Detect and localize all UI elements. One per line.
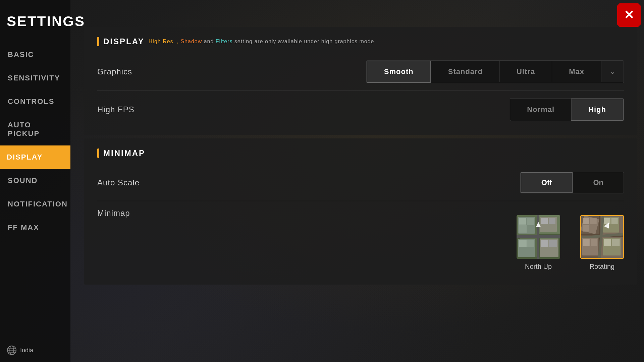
- subtitle-filters: Filters: [216, 39, 233, 44]
- auto-scale-on-btn[interactable]: On: [573, 172, 624, 193]
- settings-title: SETTINGS: [0, 7, 70, 43]
- sidebar-item-sensitivity[interactable]: SENSITIVITY: [0, 66, 70, 90]
- graphics-expand-btn[interactable]: ⌄: [601, 61, 624, 82]
- auto-scale-toggle-group: Off On: [520, 172, 624, 193]
- subtitle-high-res: High Res. ,: [149, 39, 179, 44]
- high-fps-toggle-group: Normal High: [510, 98, 624, 121]
- display-section-header: DISPLAY High Res. , Shadow and Filters s…: [97, 37, 624, 46]
- graphics-toggle-group: Smooth Standard Ultra Max ⌄: [366, 60, 624, 83]
- minimap-row: Minimap: [97, 201, 624, 275]
- svg-rect-11: [519, 218, 526, 225]
- minimap-section-title: MINIMAP: [103, 148, 145, 158]
- auto-scale-off-btn[interactable]: Off: [521, 172, 573, 193]
- close-icon: ✕: [624, 8, 634, 22]
- minimap-section: MINIMAP Auto Scale Off On Minimap: [84, 138, 637, 285]
- svg-rect-25: [549, 240, 557, 247]
- graphics-max-btn[interactable]: Max: [552, 61, 601, 82]
- minimap-label: Minimap: [97, 208, 130, 218]
- svg-rect-24: [541, 240, 548, 247]
- svg-rect-22: [527, 240, 534, 247]
- svg-rect-16: [549, 218, 555, 224]
- svg-rect-42: [583, 239, 590, 246]
- sidebar-item-controls[interactable]: CONTROLS: [0, 90, 70, 113]
- minimap-option-north-up[interactable]: North Up: [517, 215, 560, 270]
- subtitle-and: and: [204, 39, 214, 44]
- minimap-rotating-thumbnail: [580, 215, 624, 259]
- high-fps-high-btn[interactable]: High: [571, 99, 624, 121]
- sidebar-item-basic[interactable]: BASIC: [0, 43, 70, 66]
- svg-rect-43: [591, 239, 597, 246]
- minimap-options: North Up: [517, 215, 624, 270]
- svg-rect-45: [604, 239, 611, 246]
- sidebar-item-sound[interactable]: SOUND: [0, 169, 70, 192]
- section-indicator: [97, 37, 99, 46]
- svg-rect-15: [541, 218, 548, 224]
- main-content: DISPLAY High Res. , Shadow and Filters s…: [84, 27, 637, 355]
- minimap-section-header: MINIMAP: [97, 148, 624, 158]
- display-section-title: DISPLAY: [103, 37, 145, 46]
- svg-rect-37: [611, 218, 618, 224]
- region-section: India: [0, 339, 70, 362]
- sidebar-item-ff-max[interactable]: FF MAX: [0, 216, 70, 239]
- display-section: DISPLAY High Res. , Shadow and Filters s…: [84, 27, 637, 135]
- svg-rect-13: [519, 225, 527, 233]
- svg-rect-12: [527, 218, 534, 225]
- minimap-north-up-thumbnail: [517, 215, 560, 259]
- subtitle-shadow: Shadow: [180, 39, 202, 44]
- auto-scale-row: Auto Scale Off On: [97, 168, 624, 197]
- svg-rect-18: [517, 235, 560, 238]
- minimap-north-up-label: North Up: [525, 263, 552, 270]
- svg-rect-36: [604, 218, 610, 224]
- graphics-label: Graphics: [97, 67, 132, 76]
- high-fps-row: High FPS Normal High: [97, 90, 624, 125]
- sidebar: SETTINGS BASIC SENSITIVITY CONTROLS AUTO…: [0, 0, 70, 362]
- subtitle-suffix: setting are only available under high gr…: [234, 39, 376, 44]
- minimap-rotating-label: Rotating: [590, 263, 615, 270]
- svg-rect-46: [612, 239, 620, 246]
- graphics-ultra-btn[interactable]: Ultra: [499, 61, 552, 82]
- sidebar-item-display[interactable]: DISPLAY: [0, 145, 70, 169]
- minimap-option-rotating[interactable]: Rotating: [580, 215, 624, 270]
- svg-rect-21: [519, 240, 527, 247]
- sidebar-item-notification[interactable]: NOTIFICATION: [0, 192, 70, 216]
- high-fps-label: High FPS: [97, 105, 135, 114]
- graphics-smooth-btn[interactable]: Smooth: [367, 61, 431, 83]
- minimap-section-indicator: [97, 148, 99, 158]
- graphics-row: Graphics Smooth Standard Ultra Max ⌄: [97, 56, 624, 87]
- svg-rect-32: [583, 218, 589, 224]
- display-subtitle: High Res. , Shadow and Filters setting a…: [149, 39, 376, 45]
- svg-rect-34: [583, 225, 589, 232]
- graphics-standard-btn[interactable]: Standard: [431, 61, 499, 82]
- high-fps-normal-btn[interactable]: Normal: [510, 99, 571, 121]
- close-button[interactable]: ✕: [617, 3, 641, 27]
- region-label: India: [20, 347, 33, 354]
- auto-scale-label: Auto Scale: [97, 178, 140, 187]
- svg-rect-33: [590, 218, 597, 224]
- globe-icon: [7, 345, 17, 355]
- sidebar-item-auto-pickup[interactable]: AUTO PICKUP: [0, 113, 70, 145]
